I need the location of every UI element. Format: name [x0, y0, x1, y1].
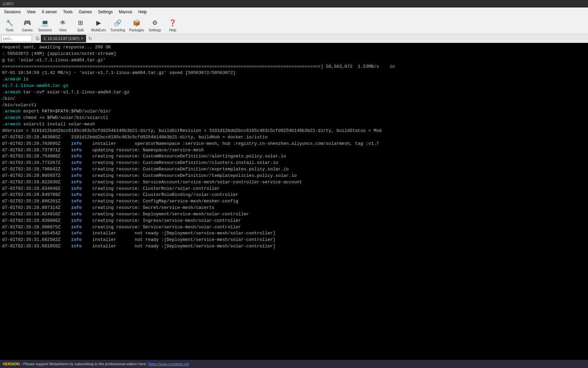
tunneling-icon: 🔗: [113, 18, 122, 28]
terminal-line: d7-01T02:35:28.939806Z info creating res…: [2, 218, 586, 224]
split-icon: ⊞: [76, 18, 85, 28]
terminal-line: .armesh chmod +x $PWD/solar/bin/solarctl: [2, 115, 586, 121]
terminal-line: d7-01T02:35:28.924910Z info creating res…: [2, 211, 586, 218]
view-icon: 👁: [58, 18, 68, 28]
status-link[interactable]: https://www.mobatek.net: [148, 362, 189, 366]
multiexec-icon: ▶: [94, 18, 103, 28]
terminal-line: d7-01T02:35:28.866201Z info creating res…: [2, 198, 586, 205]
terminal-line: d7-01T02:35:28.834940Z info creating res…: [2, 186, 586, 192]
terminal-line: .armesh export PATH=$PATH:$PWD/solar/bin…: [2, 108, 586, 115]
terminal-line: dVersion = 3101d12bdd2bcc6185c463c5cfd92…: [2, 128, 586, 134]
toolbar-split[interactable]: ⊞ Split: [74, 18, 87, 32]
menu-tools[interactable]: Tools: [60, 9, 75, 15]
menu-view[interactable]: View: [24, 9, 38, 15]
toolbar-view[interactable]: 👁 View: [56, 18, 70, 32]
sessions-icon: 💻: [40, 18, 50, 28]
menu-help[interactable]: Help: [136, 9, 150, 15]
menu-macros[interactable]: Macros: [116, 9, 135, 15]
toolbar-tools[interactable]: 🔧 Tools: [3, 18, 16, 32]
status-version: VERSION: [3, 362, 20, 366]
terminal-line: d7-01T02:35:31.682582Z info installer no…: [2, 237, 586, 243]
toolbar-games[interactable]: 🎮 Games: [20, 18, 34, 32]
status-message: - Please support MobaXterm by subscribin…: [21, 362, 147, 366]
terminal-line: g to: 'solar-v1.7.1-linux-amd64.tar.gz': [2, 57, 586, 64]
toolbar-multiexec[interactable]: ▶ MultiExec: [92, 18, 106, 32]
menu-settings[interactable]: Settings: [95, 9, 115, 15]
terminal-line: request sent, awaiting response... 200 O…: [2, 44, 586, 51]
tools-icon: 🔧: [5, 18, 14, 28]
statusbar: VERSION - Please support MobaXterm by su…: [0, 360, 588, 368]
tabbar: 🏠 2. 10.10.13.87 (1387) ✕ ↻: [0, 34, 588, 43]
terminal-line: .armesh tar -xvf solar-v1.7.1-linux-amd6…: [2, 89, 586, 96]
terminal-line: d7-01T02:35:29.665454Z info installer no…: [2, 230, 586, 237]
menu-sessions[interactable]: Sessions: [1, 9, 23, 15]
terminal-line: 07-01 10:34:59 (1.42 MB/s) - 'solar-v1.7…: [2, 70, 586, 76]
titlebar-text: (1387): [3, 2, 14, 6]
terminal-line: d7-01T02:35:28.463085Z 3101d12bdd2bcc618…: [2, 134, 586, 141]
terminal-line: d7-01T02:35:28.822030Z info creating res…: [2, 179, 586, 186]
tab-label: 2. 10.10.13.87 (1387): [44, 36, 79, 41]
terminal-line: d7-01T02:35:28.754086Z info creating res…: [2, 153, 586, 160]
tab-refresh-button[interactable]: ↻: [87, 35, 94, 42]
tab-close-button[interactable]: ✕: [81, 36, 83, 40]
tab-search-box[interactable]: [1, 35, 32, 42]
terminal: request sent, awaiting response... 200 O…: [0, 43, 588, 360]
terminal-line: d7-01T02:35:28.805657Z info creating res…: [2, 173, 586, 179]
terminal-line: d7-01T02:35:28.737971Z info updating res…: [2, 147, 586, 154]
terminal-line: d7-01T02:35:28.849789Z info creating res…: [2, 192, 586, 198]
terminal-line: d7-01T02:35:28.998075Z info creating res…: [2, 224, 586, 231]
terminal-line: d7-01T02:35:28.773267Z info creating res…: [2, 160, 586, 166]
terminal-line: /bin/solarctl: [2, 102, 586, 109]
terminal-line: /bin/: [2, 96, 586, 102]
toolbar-packages[interactable]: 📦 Packages: [129, 18, 144, 32]
toolbar-sessions[interactable]: 💻 Sessions: [38, 18, 52, 32]
terminal-line: d7-01T02:35:28.790042Z info creating res…: [2, 166, 586, 173]
terminal-line: d7-01T02:35:28.897314Z info creating res…: [2, 205, 586, 211]
toolbar-settings[interactable]: ⚙ Settings: [148, 18, 162, 32]
toolbar: 🔧 Tools 🎮 Games 💻 Sessions 👁 View ⊞ Spli…: [0, 16, 588, 34]
search-input[interactable]: [3, 36, 30, 41]
terminal-line: .armesh solarctl install solar-mesh: [2, 121, 586, 128]
menu-games[interactable]: Games: [76, 9, 95, 15]
toolbar-tunneling[interactable]: 🔗 Tunneling: [110, 18, 125, 32]
help-icon: ❓: [168, 18, 177, 28]
settings-icon: ⚙: [150, 18, 160, 28]
games-icon: 🎮: [22, 18, 32, 28]
terminal-line: .armesh ls: [2, 76, 586, 83]
terminal-line: d7-01T02:35:28.703895Z info installer op…: [2, 141, 586, 147]
active-tab[interactable]: 2. 10.10.13.87 (1387) ✕: [41, 35, 86, 42]
menu-xserver[interactable]: X server: [39, 9, 60, 15]
packages-icon: 📦: [132, 18, 141, 28]
titlebar: (1387): [0, 0, 588, 7]
terminal-line: : 50563072 (48M) [application/octet-stre…: [2, 51, 586, 57]
terminal-line: v1.7.1-linux-amd64.tar.gz: [2, 83, 586, 89]
menubar: Sessions View X server Tools Games Setti…: [0, 7, 588, 16]
terminal-line: d7-01T02:35:33.681058Z info installer no…: [2, 243, 586, 250]
toolbar-help[interactable]: ❓ Help: [166, 18, 179, 32]
terminal-line: ========================================…: [2, 64, 586, 70]
new-tab-button[interactable]: 🏠: [35, 35, 41, 42]
